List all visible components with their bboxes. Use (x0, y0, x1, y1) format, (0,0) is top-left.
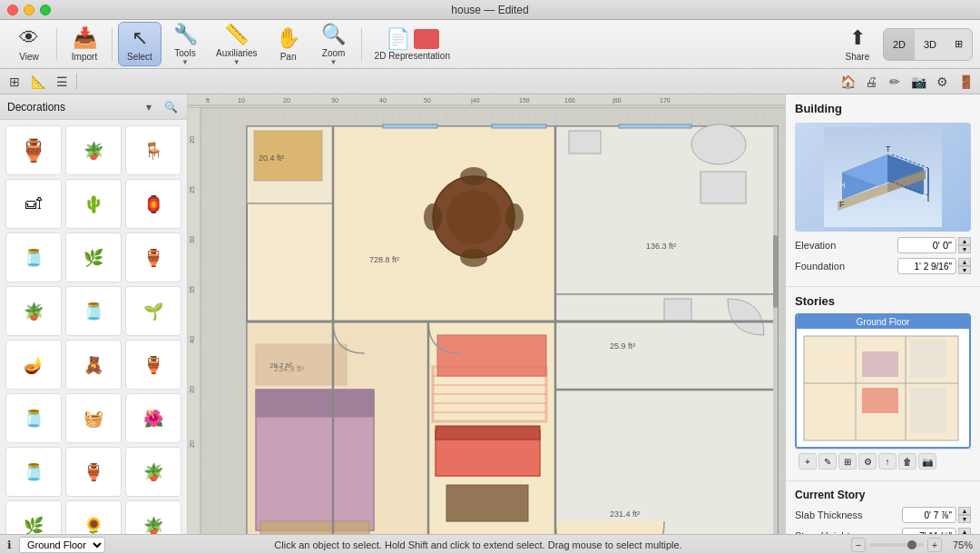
view-mode-2d[interactable]: 2D (884, 29, 915, 60)
close-button[interactable] (7, 5, 18, 15)
import-tool[interactable]: 📥 Import (63, 23, 106, 65)
list-item[interactable]: 🌺 (125, 393, 181, 443)
slab-thickness-up-btn[interactable]: ▲ (958, 507, 971, 515)
divider1 (56, 28, 57, 61)
zoom-plus-btn[interactable]: + (927, 538, 942, 552)
list-item[interactable]: 🫙 (5, 447, 62, 497)
slab-thickness-down-btn[interactable]: ▼ (958, 515, 971, 523)
tb2-settings-btn[interactable]: ⚙ (931, 72, 953, 92)
svg-text:20: 20 (189, 136, 195, 143)
view-mode-3d[interactable]: 3D (915, 29, 946, 60)
sidebar-search-btn[interactable]: 🔍 (162, 98, 180, 116)
list-item[interactable]: 🏺 (5, 125, 62, 175)
auxiliaries-label: Auxiliaries (216, 48, 258, 58)
tb2-door-btn[interactable]: 🚪 (955, 72, 976, 92)
list-item[interactable]: 🫙 (5, 232, 62, 282)
view-mode-extra[interactable]: ⊞ (946, 29, 972, 60)
representation-tool[interactable]: 📄 2D Representation (368, 24, 457, 64)
list-item[interactable]: 🏺 (125, 340, 181, 390)
story-edit-btn[interactable]: ✎ (818, 453, 837, 470)
representation-icon2 (414, 29, 439, 49)
story-camera-btn[interactable]: 📷 (918, 453, 936, 470)
pan-tool[interactable]: ✋ Pan (267, 23, 310, 65)
minimize-button[interactable] (24, 5, 34, 15)
foundation-down-btn[interactable]: ▼ (958, 266, 971, 274)
tb2-pencil-btn[interactable]: ✏ (884, 72, 906, 92)
list-item[interactable]: 🪴 (125, 500, 181, 534)
story-height-input[interactable] (902, 528, 956, 534)
tb2-measure-btn[interactable]: 📐 (27, 72, 49, 92)
list-item[interactable]: 🌿 (65, 232, 122, 282)
share-tool[interactable]: ⬆ Share (836, 23, 879, 65)
list-item[interactable]: 🫙 (65, 286, 122, 336)
svg-point-34 (505, 203, 524, 231)
list-item[interactable]: 🪑 (125, 125, 181, 175)
floor-plan-canvas[interactable]: 20.4 ft² 728.8 ft² (201, 108, 785, 534)
list-item[interactable]: 🪴 (5, 286, 62, 336)
list-item[interactable]: 🪔 (5, 340, 62, 390)
sidebar-dropdown-btn[interactable]: ▾ (140, 98, 158, 116)
slab-thickness-input[interactable] (902, 507, 956, 523)
floor-selector[interactable]: Ground Floor (19, 537, 105, 553)
story-settings-btn[interactable]: ⚙ (858, 453, 877, 470)
tb2-camera-btn[interactable]: 📷 (907, 72, 929, 92)
decor-icon-18: 🌺 (143, 409, 163, 429)
list-item[interactable]: 🏺 (65, 447, 122, 497)
foundation-up-btn[interactable]: ▲ (958, 258, 971, 266)
tb2-print-btn[interactable]: 🖨 (860, 72, 882, 92)
story-copy-btn[interactable]: ⊞ (838, 453, 857, 470)
select-tool[interactable]: ↖ Select (118, 22, 162, 66)
svg-rect-64 (555, 390, 778, 534)
svg-text:25.9 ft²: 25.9 ft² (610, 341, 635, 351)
svg-text:40: 40 (379, 97, 387, 104)
story-card[interactable]: Ground Floor (795, 313, 971, 449)
svg-text:50: 50 (424, 97, 431, 104)
decor-icon-7: 🫙 (24, 248, 44, 268)
story-height-up-btn[interactable]: ▲ (958, 528, 971, 534)
list-item[interactable]: 🌿 (5, 500, 62, 534)
list-item[interactable]: 🧸 (65, 340, 122, 390)
svg-text:136.3 ft²: 136.3 ft² (646, 242, 676, 251)
story-add-btn[interactable]: + (799, 453, 817, 470)
slab-thickness-value-container: ▲ ▼ (902, 507, 971, 523)
list-item[interactable]: 🛋 (5, 179, 62, 229)
elevation-input[interactable] (897, 237, 956, 253)
list-item[interactable]: 🧺 (65, 393, 122, 443)
tools-tool[interactable]: 🔧 Tools ▼ (163, 19, 207, 70)
zoom-slider[interactable] (869, 543, 924, 547)
tb2-wall-btn[interactable]: 🏠 (837, 72, 858, 92)
foundation-input[interactable] (897, 258, 956, 274)
svg-text:|60: |60 (612, 97, 622, 104)
story-delete-btn[interactable]: 🗑 (898, 453, 916, 470)
view-tool[interactable]: 👁 View (7, 23, 51, 65)
zoom-tool[interactable]: 🔍 Zoom ▼ (312, 19, 356, 70)
list-item[interactable]: 🫙 (5, 393, 62, 443)
list-item[interactable]: 🪴 (125, 447, 181, 497)
tb2-list-btn[interactable]: ☰ (51, 72, 73, 92)
list-item[interactable]: 🪴 (65, 125, 122, 175)
list-item[interactable]: 🌵 (65, 179, 122, 229)
view-mode-toggle[interactable]: 2D 3D ⊞ (883, 28, 973, 61)
decorations-grid: 🏺 🪴 🪑 🛋 🌵 🏮 🫙 🌿 🏺 🪴 🫙 🌱 🪔 🧸 🏺 🫙 🧺 🌺 🫙 🏺 … (0, 120, 187, 534)
elevation-down-btn[interactable]: ▼ (958, 245, 971, 253)
zoom-dropdown-arrow: ▼ (330, 58, 338, 66)
decor-icon-23: 🌻 (83, 516, 103, 535)
canvas-area[interactable]: ft 10 20 30 40 50 |40 150 160 |60 170 20 (188, 94, 785, 534)
decor-icon-3: 🪑 (143, 141, 163, 161)
auxiliaries-tool[interactable]: 📏 Auxiliaries ▼ (209, 19, 265, 70)
story-move-up-btn[interactable]: ↑ (878, 453, 897, 470)
decor-icon-13: 🪔 (24, 355, 44, 375)
list-item[interactable]: 🏺 (125, 232, 181, 282)
list-item[interactable]: 🌻 (65, 500, 122, 534)
slab-thickness-row: Slab Thickness ▲ ▼ (795, 507, 971, 523)
svg-text:ft: ft (206, 97, 210, 104)
elevation-up-btn[interactable]: ▲ (958, 237, 971, 245)
window-controls[interactable] (7, 5, 51, 15)
maximize-button[interactable] (40, 5, 51, 15)
zoom-minus-btn[interactable]: − (851, 538, 866, 552)
list-item[interactable]: 🏮 (125, 179, 181, 229)
tb2-grid-btn[interactable]: ⊞ (4, 72, 25, 92)
svg-rect-96 (862, 388, 898, 413)
list-item[interactable]: 🌱 (125, 286, 181, 336)
svg-text:20: 20 (189, 386, 195, 393)
